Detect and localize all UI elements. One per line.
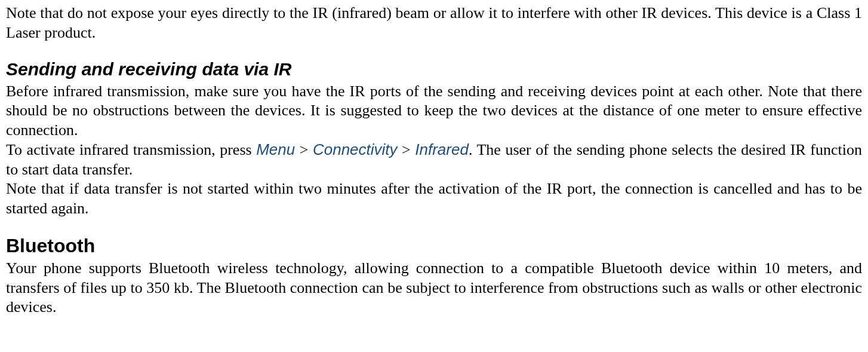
intro-paragraph: Note that do not expose your eyes direct… xyxy=(6,4,862,42)
bluetooth-paragraph-1: Your phone supports Bluetooth wireless t… xyxy=(6,259,862,317)
menu-path-menu: Menu xyxy=(256,140,295,158)
ir-paragraph-1: Before infrared transmission, make sure … xyxy=(6,82,862,140)
menu-path-separator-1: > xyxy=(295,141,313,158)
ir-paragraph-2: To activate infrared transmission, press… xyxy=(6,140,862,179)
menu-path-connectivity: Connectivity xyxy=(313,140,398,158)
ir-paragraph-3: Note that if data transfer is not starte… xyxy=(6,179,862,218)
heading-bluetooth: Bluetooth xyxy=(6,234,862,258)
ir-p2-pre-text: To activate infrared transmission, press xyxy=(6,141,256,158)
heading-sending-receiving-ir: Sending and receiving data via IR xyxy=(6,58,862,81)
menu-path-separator-2: > xyxy=(398,141,415,158)
menu-path-infrared: Infrared xyxy=(415,140,469,158)
